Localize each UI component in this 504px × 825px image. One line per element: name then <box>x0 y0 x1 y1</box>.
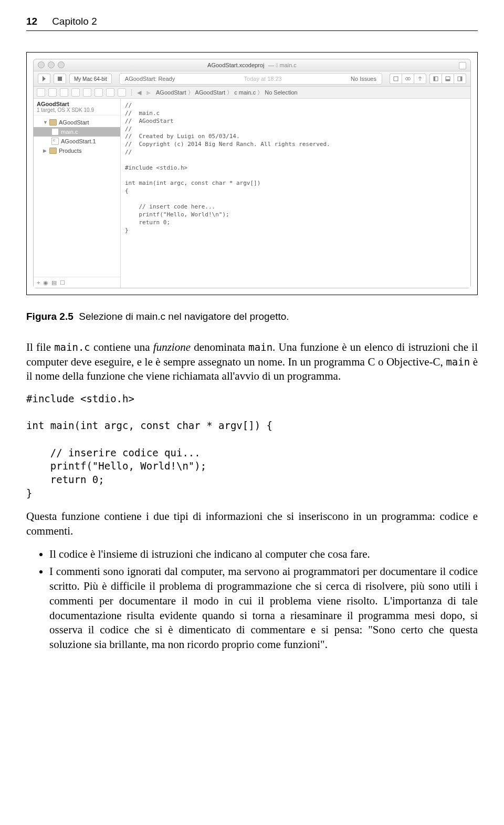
tree-file-mainc[interactable]: main.c <box>34 127 120 137</box>
c-file-icon <box>51 128 59 135</box>
figure-frame: AGoodStart.xcodeproj — 󰈙 main.c My Mac 6… <box>26 52 478 295</box>
tree-folder[interactable]: ▼ AGoodStart <box>34 118 120 127</box>
paragraph-2: Questa funzione contiene i due tipi di i… <box>26 509 478 538</box>
bullet-list: Il codice è l'insieme di istruzioni che … <box>26 547 478 652</box>
scheme-selector[interactable]: My Mac 64-bit <box>69 74 112 84</box>
disclosure-triangle-icon[interactable]: ▼ <box>43 120 47 125</box>
folder-icon <box>49 148 57 154</box>
figure-caption: Figura 2.5 Selezione di main.c nel navig… <box>26 311 478 322</box>
run-button[interactable] <box>38 74 50 84</box>
status-mid: Today at 18:23 <box>244 76 282 82</box>
list-item: I commenti sono ignorati dal computer, m… <box>49 565 478 652</box>
project-navigator: AGoodStart 1 target, OS X SDK 10.9 ▼ AGo… <box>34 99 121 288</box>
filter-recent-icon[interactable]: ◉ <box>43 279 48 286</box>
filter-box-icon[interactable]: ☐ <box>60 279 65 286</box>
page: 12 Capitolo 2 AGoodStart.xcodeproj — 󰈙 m… <box>0 0 504 676</box>
code-editor[interactable]: // // main.c // AGoodStart // // Created… <box>121 99 470 288</box>
breadcrumb[interactable]: AGoodStart 〉 AGoodStart 〉 c main.c 〉 No … <box>156 89 298 97</box>
zoom-dot[interactable] <box>58 61 65 68</box>
traffic-lights <box>38 61 65 68</box>
window-title: AGoodStart.xcodeproj <box>207 62 264 68</box>
panel-toggle-group <box>429 74 466 84</box>
page-number: 12 <box>26 16 37 27</box>
header-rule <box>26 30 478 31</box>
xcode-window: AGoodStart.xcodeproj — 󰈙 main.c My Mac 6… <box>33 59 471 288</box>
folder-label: Products <box>59 148 81 154</box>
nav-search-icon[interactable] <box>60 88 68 97</box>
text: contiene una <box>90 341 153 353</box>
window-titlebar: AGoodStart.xcodeproj — 󰈙 main.c <box>34 59 470 71</box>
list-item: Il codice è l'insieme di istruzioni che … <box>49 547 478 562</box>
right-panel-toggle[interactable] <box>454 74 466 84</box>
jump-fwd-icon[interactable]: ▶ <box>146 89 151 96</box>
minimize-dot[interactable] <box>48 61 55 68</box>
project-name: AGoodStart <box>37 101 117 107</box>
nav-test-icon[interactable] <box>83 88 91 97</box>
jump-back-icon[interactable]: ◀ <box>137 89 141 96</box>
assistant-editor-button[interactable] <box>402 74 414 84</box>
text: denominata <box>191 341 248 353</box>
tree-products[interactable]: ▶ Products <box>34 146 120 155</box>
maximize-icon[interactable] <box>459 62 466 69</box>
nav-breakpoint-icon[interactable] <box>106 88 114 97</box>
svg-rect-6 <box>446 79 450 81</box>
inline-code: main <box>446 356 470 368</box>
nav-issue-icon[interactable] <box>71 88 80 97</box>
status-left: AGoodStart: Ready <box>125 76 175 82</box>
workspace: AGoodStart 1 target, OS X SDK 10.9 ▼ AGo… <box>34 99 470 288</box>
project-sub: 1 target, OS X SDK 10.9 <box>37 107 117 113</box>
navigator-tabstrip: ◀ ▶ AGoodStart 〉 AGoodStart 〉 c main.c 〉… <box>34 87 470 99</box>
text: Il file <box>26 341 54 353</box>
bottom-panel-toggle[interactable] <box>442 74 454 84</box>
editor-mode-group <box>390 74 426 84</box>
file-label: AGoodStart.1 <box>61 138 96 144</box>
disclosure-triangle-icon[interactable]: ▶ <box>43 148 47 153</box>
page-header: 12 Capitolo 2 <box>26 16 478 27</box>
folder-label: AGoodStart <box>59 119 89 126</box>
code-listing: #include <stdio.h> int main(int argc, co… <box>26 392 478 500</box>
italic-term: funzione <box>153 341 191 353</box>
svg-rect-8 <box>460 77 462 81</box>
toolbar: My Mac 64-bit AGoodStart: Ready Today at… <box>34 71 470 87</box>
status-bar: AGoodStart: Ready Today at 18:23 No Issu… <box>119 73 382 85</box>
nav-project-icon[interactable] <box>37 88 45 97</box>
tree-file-man[interactable]: AGoodStart.1 <box>34 137 120 146</box>
left-panel-toggle[interactable] <box>429 74 442 84</box>
play-icon <box>43 76 46 81</box>
nav-symbol-icon[interactable] <box>48 88 57 97</box>
svg-rect-0 <box>394 77 398 81</box>
caption-label: Figura 2.5 <box>26 311 74 322</box>
paragraph-1: Il file main.c contiene una funzione den… <box>26 340 478 384</box>
inline-code: main <box>248 341 272 353</box>
file-tree: ▼ AGoodStart main.c AGoodStart.1 <box>34 116 120 277</box>
version-editor-button[interactable] <box>414 74 426 84</box>
caption-text: Selezione di main.c nel navigatore del p… <box>79 311 289 322</box>
close-dot[interactable] <box>38 61 45 68</box>
stop-button[interactable] <box>54 74 66 84</box>
sidebar-footer: + ◉ ▤ ☐ <box>34 277 120 288</box>
svg-rect-4 <box>434 77 435 81</box>
folder-icon <box>49 119 57 126</box>
tabstrip-separator <box>131 89 132 96</box>
window-title-sub: — 󰈙 main.c <box>268 62 297 68</box>
standard-editor-button[interactable] <box>390 74 402 84</box>
filter-scm-icon[interactable]: ▤ <box>51 279 57 286</box>
nav-report-icon[interactable] <box>118 88 126 97</box>
nav-debug-icon[interactable] <box>94 88 103 97</box>
file-icon <box>51 138 59 145</box>
project-heading[interactable]: AGoodStart 1 target, OS X SDK 10.9 <box>34 99 120 116</box>
stop-icon <box>58 77 62 81</box>
file-label: main.c <box>61 129 78 135</box>
status-right: No Issues <box>351 76 376 82</box>
navigator-icons <box>37 88 126 97</box>
inline-code: main.c <box>54 341 90 353</box>
add-icon[interactable]: + <box>37 279 40 286</box>
chapter-label: Capitolo 2 <box>52 16 97 27</box>
